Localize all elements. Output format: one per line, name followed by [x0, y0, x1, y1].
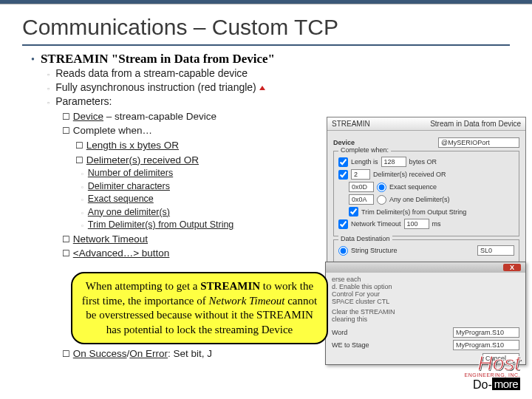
slide-title: Communications – Custom TCP	[0, 4, 532, 44]
any-one-radio[interactable]	[377, 195, 386, 205]
string-struct-radio[interactable]	[338, 246, 348, 256]
bullet-disc: •	[31, 52, 35, 67]
square-bullet-icon: ▫	[47, 97, 50, 109]
sub-params: Parameters:	[55, 95, 112, 107]
len-checkbox[interactable]	[338, 157, 348, 167]
trim-checkbox[interactable]	[349, 207, 358, 216]
square-bullet-icon: ▫	[47, 69, 50, 81]
host-logo: Host ENGINEERING, INC. Do-more	[465, 354, 520, 392]
exact-seq-radio[interactable]	[377, 183, 386, 192]
bullet-streamin: STREAMIN "Stream in Data from Device"	[41, 52, 275, 66]
red-triangle-icon	[259, 86, 265, 90]
nt-checkbox[interactable]	[338, 219, 348, 229]
square-bullet-icon: ▫	[47, 83, 50, 95]
callout-network-timeout: When attempting to get a STREAMIN to wor…	[71, 272, 328, 344]
divider	[22, 44, 510, 46]
close-icon[interactable]: X	[503, 264, 521, 271]
sub-async: Fully asynchronous instruction (red tria…	[55, 81, 265, 93]
delim-checkbox[interactable]	[338, 170, 348, 180]
sub-reads: Reads data from a stream-capable device	[55, 67, 248, 79]
advanced-subdialog: X erse eachd. Enable this optionControl …	[325, 262, 526, 365]
